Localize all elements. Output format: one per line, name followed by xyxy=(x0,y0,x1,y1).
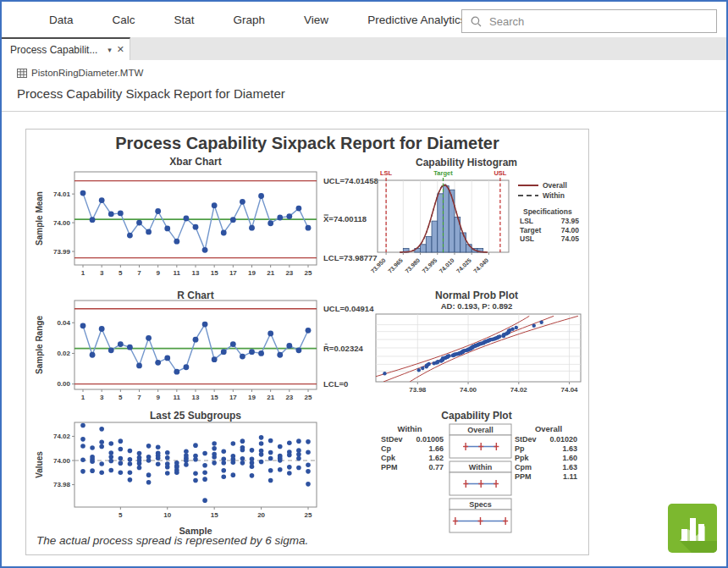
svg-text:73.950: 73.950 xyxy=(370,257,387,274)
svg-text:23: 23 xyxy=(285,269,293,277)
svg-text:3: 3 xyxy=(100,394,104,401)
svg-text:13: 13 xyxy=(192,394,200,401)
bar-chart-icon xyxy=(668,504,717,553)
svg-text:0.02: 0.02 xyxy=(57,350,70,357)
svg-text:Specifications: Specifications xyxy=(523,207,572,216)
svg-text:11: 11 xyxy=(174,394,181,401)
svg-text:1.63: 1.63 xyxy=(562,463,577,471)
report-graph-region[interactable]: Process Capability Sixpack Report for Di… xyxy=(25,129,589,555)
worksheet-grid-icon xyxy=(17,69,27,78)
svg-text:11: 11 xyxy=(174,269,181,277)
svg-text:23: 23 xyxy=(285,394,293,401)
svg-text:21: 21 xyxy=(267,394,274,401)
tab-dropdown-caret-icon[interactable]: ▾ xyxy=(108,46,112,54)
svg-text:Overall: Overall xyxy=(535,424,562,433)
svg-text:20: 20 xyxy=(257,511,265,519)
svg-text:74.04: 74.04 xyxy=(561,386,579,394)
menu-item-view[interactable]: View xyxy=(304,14,328,26)
svg-text:1: 1 xyxy=(81,394,85,401)
svg-text:UCL=0.04914: UCL=0.04914 xyxy=(323,304,374,313)
svg-text:1.62: 1.62 xyxy=(428,454,444,462)
menu-item-stat[interactable]: Stat xyxy=(174,14,195,26)
svg-text:74.00: 74.00 xyxy=(53,457,71,465)
svg-text:LSL: LSL xyxy=(520,217,533,225)
svg-text:Xbar Chart: Xbar Chart xyxy=(169,157,221,168)
search-input[interactable] xyxy=(488,14,694,29)
svg-text:1.66: 1.66 xyxy=(428,444,444,453)
svg-text:5: 5 xyxy=(119,394,123,401)
svg-text:Normal Prob Plot: Normal Prob Plot xyxy=(435,290,518,301)
svg-text:USL: USL xyxy=(494,169,506,177)
svg-text:13: 13 xyxy=(192,269,200,277)
svg-text:9: 9 xyxy=(156,394,160,401)
svg-text:73.980: 73.980 xyxy=(404,257,421,274)
svg-text:R Chart: R Chart xyxy=(177,290,213,301)
document-heading: Process Capability Sixpack Report for Di… xyxy=(17,86,285,101)
svg-text:0.04: 0.04 xyxy=(57,319,70,327)
normal-prob-plot[interactable]: Normal Prob PlotAD: 0.193, P: 0.89273.98… xyxy=(369,290,586,408)
svg-text:10: 10 xyxy=(163,511,171,519)
svg-text:74.040: 74.040 xyxy=(472,257,489,274)
header-divider xyxy=(2,111,726,112)
svg-text:5: 5 xyxy=(119,511,123,519)
svg-text:Target: Target xyxy=(520,226,542,234)
tab-process-capability[interactable]: Process Capabilit... ▾ ✕ xyxy=(2,37,130,60)
svg-text:3: 3 xyxy=(100,269,104,277)
xbar-chart[interactable]: Xbar Chart73.9974.0074.01135791113151719… xyxy=(30,157,386,289)
svg-text:15: 15 xyxy=(211,269,218,277)
svg-text:LSL: LSL xyxy=(380,169,393,177)
svg-text:73.95: 73.95 xyxy=(561,217,580,225)
minitab-logo xyxy=(668,504,717,553)
svg-text:Pp: Pp xyxy=(515,444,525,453)
capability-plot[interactable]: Capability PlotWithinStDev0.01005Cp1.66C… xyxy=(369,409,586,558)
svg-text:17: 17 xyxy=(229,394,237,401)
svg-text:Within: Within xyxy=(398,424,422,433)
svg-text:19: 19 xyxy=(248,269,256,277)
svg-text:LCL=0: LCL=0 xyxy=(323,379,348,389)
svg-text:Cpm: Cpm xyxy=(515,463,532,471)
svg-text:5: 5 xyxy=(119,269,123,277)
svg-text:Sample Range: Sample Range xyxy=(35,316,44,374)
svg-text:1.60: 1.60 xyxy=(562,454,577,462)
r-chart[interactable]: R Chart0.000.020.04135791113151719212325… xyxy=(30,290,386,412)
tab-close-icon[interactable]: ✕ xyxy=(117,44,124,55)
svg-text:Last 25 Subgroups: Last 25 Subgroups xyxy=(150,411,241,422)
svg-text:25: 25 xyxy=(305,269,312,277)
menu-item-graph[interactable]: Graph xyxy=(234,14,266,26)
svg-text:74.02: 74.02 xyxy=(510,386,528,394)
svg-text:15: 15 xyxy=(211,511,218,519)
svg-text:25: 25 xyxy=(305,394,312,401)
svg-text:19: 19 xyxy=(248,394,256,401)
search-box[interactable] xyxy=(461,9,717,33)
svg-text:0.77: 0.77 xyxy=(428,463,444,471)
svg-text:Values: Values xyxy=(35,451,44,478)
svg-text:73.99: 73.99 xyxy=(53,248,71,256)
svg-text:AD: 0.193, P: 0.892: AD: 0.193, P: 0.892 xyxy=(441,301,513,311)
svg-text:Overall: Overall xyxy=(467,426,494,434)
svg-text:74.01: 74.01 xyxy=(53,190,71,198)
svg-text:1.11: 1.11 xyxy=(563,472,577,481)
svg-text:Within: Within xyxy=(469,463,492,471)
menu-item-calc[interactable]: Calc xyxy=(113,14,135,26)
svg-text:9: 9 xyxy=(156,269,160,277)
svg-text:Overall: Overall xyxy=(543,181,567,190)
svg-text:R̄=0.02324: R̄=0.02324 xyxy=(323,344,363,353)
svg-text:74.02: 74.02 xyxy=(53,433,71,440)
tab-label: Process Capabilit... xyxy=(10,44,102,56)
svg-text:74.00: 74.00 xyxy=(561,226,580,234)
svg-text:Cp: Cp xyxy=(381,444,391,453)
worksheet-row[interactable]: PistonRingDiameter.MTW xyxy=(17,68,143,78)
menu-item-data[interactable]: Data xyxy=(49,14,74,26)
svg-text:15: 15 xyxy=(211,394,218,401)
svg-text:0.00: 0.00 xyxy=(57,380,70,388)
worksheet-name: PistonRingDiameter.MTW xyxy=(31,68,143,78)
svg-text:21: 21 xyxy=(267,269,274,277)
report-footnote: The actual process spread is represented… xyxy=(36,534,308,547)
svg-text:73.995: 73.995 xyxy=(421,257,438,274)
svg-text:73.965: 73.965 xyxy=(387,257,404,274)
svg-text:74.010: 74.010 xyxy=(438,257,455,274)
svg-text:PPM: PPM xyxy=(381,463,398,471)
svg-text:Ppk: Ppk xyxy=(515,454,530,462)
tab-strip: Process Capabilit... ▾ ✕ xyxy=(2,37,726,60)
last-25-subgroups-chart[interactable]: Last 25 Subgroups73.9874.0074.0251015202… xyxy=(30,411,386,541)
